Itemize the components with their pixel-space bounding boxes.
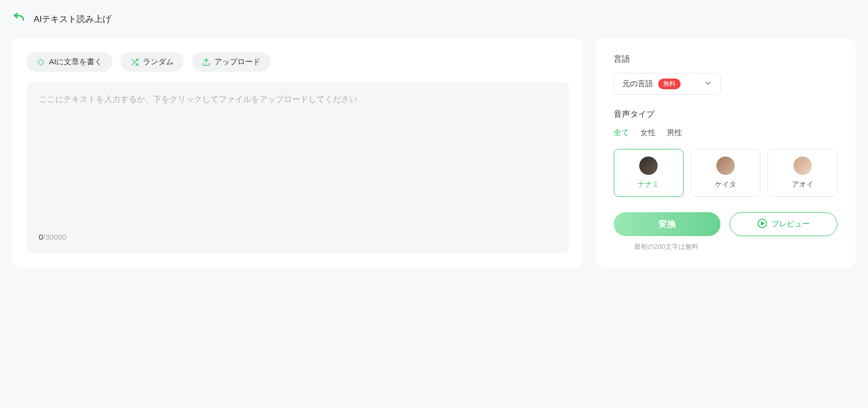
voice-name: アオイ [772, 180, 833, 189]
voice-card-aoi[interactable]: アオイ [767, 149, 837, 197]
upload-label: アップロード [214, 57, 260, 67]
voice-name: ナナミ [618, 180, 679, 189]
tab-male[interactable]: 男性 [667, 128, 682, 140]
convert-button[interactable]: 変換 [614, 212, 720, 236]
voice-name: ケイタ [695, 180, 756, 189]
random-label: ランダム [143, 57, 174, 67]
free-badge: 無料 [658, 79, 681, 89]
tab-all[interactable]: 全て [614, 128, 629, 140]
voice-type-section-label: 音声タイプ [614, 109, 837, 120]
sparkle-icon [37, 58, 45, 66]
tab-female[interactable]: 女性 [640, 128, 656, 140]
upload-icon [202, 58, 210, 66]
voice-card-nanami[interactable]: ナナミ [614, 149, 684, 197]
language-select[interactable]: 元の言語 無料 [614, 73, 721, 95]
char-max: 30000 [45, 233, 67, 241]
ai-write-label: AIに文章を書く [49, 57, 102, 67]
chevron-down-icon [704, 79, 712, 89]
shuffle-icon [131, 58, 139, 66]
text-input[interactable] [39, 94, 557, 228]
random-button[interactable]: ランダム [120, 52, 184, 72]
ai-write-button[interactable]: AIに文章を書く [27, 52, 112, 72]
preview-button[interactable]: プレビュー [730, 212, 837, 236]
language-section-label: 言語 [614, 54, 837, 65]
avatar [793, 157, 812, 175]
svg-marker-5 [761, 222, 764, 225]
char-counter: 0/30000 [39, 233, 557, 241]
back-button[interactable] [12, 12, 26, 26]
play-circle-icon [757, 218, 767, 230]
upload-button[interactable]: アップロード [192, 52, 271, 72]
avatar [639, 157, 658, 175]
voice-card-keita[interactable]: ケイタ [691, 149, 761, 197]
page-title: AIテキスト読み上げ [34, 13, 111, 25]
language-select-value: 元の言語 [622, 79, 653, 89]
svg-line-2 [132, 59, 134, 61]
editor-panel: AIに文章を書く ランダム アップロード 0/30000 [12, 38, 583, 268]
convert-hint: 最初の200文字は無料 [614, 242, 719, 251]
avatar [716, 157, 735, 175]
settings-panel: 言語 元の言語 無料 音声タイプ 全て 女性 男性 ナナミ ケイタ [595, 38, 856, 268]
preview-label: プレビュー [771, 219, 810, 229]
back-arrow-icon [12, 12, 26, 26]
